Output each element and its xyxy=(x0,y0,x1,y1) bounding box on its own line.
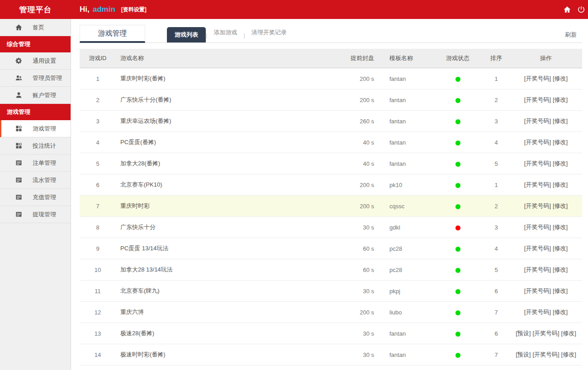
row-action-draw-number[interactable]: [开奖号码] xyxy=(524,266,551,273)
sidebar-item-order-management[interactable]: 注单管理 xyxy=(0,155,71,172)
cell-order: 4 xyxy=(483,139,510,146)
row-action-preset[interactable]: [预设] xyxy=(516,351,531,358)
profile-settings-link[interactable]: [资料设置] xyxy=(121,6,147,14)
row-action-draw-number[interactable]: [开奖号码] xyxy=(524,224,551,230)
sidebar-item-label: 管理员管理 xyxy=(33,74,62,82)
row-action-modify[interactable]: [修改] xyxy=(553,224,568,230)
sidebar-item-admin-management[interactable]: 管理员管理 xyxy=(0,70,71,87)
row-action-draw-number[interactable]: [开奖号码] xyxy=(532,351,559,358)
column-header: 游戏ID xyxy=(80,54,116,62)
cell-status xyxy=(433,245,483,252)
column-header: 模板名称 xyxy=(374,54,433,62)
tab-add-game[interactable]: 添加游戏 xyxy=(207,25,243,40)
row-action-draw-number[interactable]: [开奖号码] xyxy=(524,181,551,188)
page-tab-game-management[interactable]: 游戏管理 xyxy=(80,25,145,43)
sidebar-item-label: 首页 xyxy=(33,23,44,32)
cell-game-name: 极速28(番摊) xyxy=(116,329,333,337)
list-icon xyxy=(15,193,23,201)
sidebar-item-general-settings[interactable]: 通用设置 xyxy=(0,52,71,70)
cell-order: 6 xyxy=(483,288,510,295)
home-icon[interactable] xyxy=(563,5,571,14)
row-action-modify[interactable]: [修改] xyxy=(553,75,568,82)
sidebar-item-recharge-management[interactable]: 充值管理 xyxy=(0,189,71,206)
page-body: 首页综合管理通用设置管理员管理账户管理游戏管理游戏管理投注统计注单管理流水管理充… xyxy=(0,19,588,370)
row-action-draw-number[interactable]: [开奖号码] xyxy=(524,139,551,145)
sidebar-item-label: 通用设置 xyxy=(33,57,56,65)
row-action-modify[interactable]: [修改] xyxy=(561,351,576,358)
row-action-modify[interactable]: [修改] xyxy=(553,160,568,167)
row-action-draw-number[interactable]: [开奖号码] xyxy=(524,96,551,103)
cell-template: liubo xyxy=(374,309,433,316)
sidebar-item-label: 游戏管理 xyxy=(33,125,56,133)
user-greeting: Hi, admin [资料设置] xyxy=(80,5,147,14)
tab-clear-draw-records[interactable]: 清理开奖记录 xyxy=(245,25,293,40)
status-dot-on xyxy=(455,289,460,294)
row-action-modify[interactable]: [修改] xyxy=(553,202,568,209)
sidebar-item-flow-management[interactable]: 流水管理 xyxy=(0,172,71,189)
cell-status xyxy=(433,139,483,146)
row-action-modify[interactable]: [修改] xyxy=(553,309,568,315)
cell-game-name: 重庆时时彩 xyxy=(116,202,333,210)
cell-game-id: 3 xyxy=(80,118,116,125)
cell-status xyxy=(433,182,483,188)
cell-game-name: 重庆时时彩(番摊) xyxy=(116,75,333,83)
sidebar-item-game-management[interactable]: 游戏管理 xyxy=(0,120,71,137)
table-row: 6北京赛车(PK10)200 spk101[开奖号码][修改] xyxy=(80,174,582,196)
list-icon xyxy=(15,159,23,167)
row-action-modify[interactable]: [修改] xyxy=(553,245,568,252)
status-dot-on xyxy=(455,183,460,188)
column-header: 提前封盘 xyxy=(333,54,374,62)
cell-close-time: 40 s xyxy=(333,160,374,167)
sidebar-item-label: 账户管理 xyxy=(33,91,56,99)
row-action-draw-number[interactable]: [开奖号码] xyxy=(524,202,551,209)
row-action-draw-number[interactable]: [开奖号码] xyxy=(524,309,551,315)
row-action-modify[interactable]: [修改] xyxy=(561,330,576,337)
top-header: 管理平台 Hi, admin [资料设置] xyxy=(0,0,588,19)
cell-actions: [开奖号码][修改] xyxy=(510,117,582,125)
row-action-draw-number[interactable]: [开奖号码] xyxy=(532,330,559,337)
row-action-modify[interactable]: [修改] xyxy=(553,181,568,188)
cell-actions: [开奖号码][修改] xyxy=(510,138,582,146)
table-row: 1重庆时时彩(番摊)200 sfantan1[开奖号码][修改] xyxy=(80,68,582,89)
cell-actions: [开奖号码][修改] xyxy=(510,223,582,231)
row-action-modify[interactable]: [修改] xyxy=(553,96,568,103)
sidebar-item-bet-statistics[interactable]: 投注统计 xyxy=(0,137,71,155)
cell-actions: [预设][开奖号码][修改] xyxy=(510,329,582,337)
row-action-preset[interactable]: [预设] xyxy=(516,330,531,337)
cell-order: 1 xyxy=(483,182,510,188)
cell-close-time: 30 s xyxy=(333,351,374,358)
cell-close-time: 200 s xyxy=(333,75,374,82)
table-row: 5加拿大28(番摊)40 sfantan5[开奖号码][修改] xyxy=(80,153,582,174)
row-action-draw-number[interactable]: [开奖号码] xyxy=(524,245,551,252)
cell-status xyxy=(433,267,483,273)
refresh-link[interactable]: 刷新 xyxy=(565,31,577,39)
power-icon[interactable] xyxy=(577,5,585,14)
home-icon xyxy=(15,23,23,31)
row-action-draw-number[interactable]: [开奖号码] xyxy=(524,160,551,167)
row-action-modify[interactable]: [修改] xyxy=(553,117,568,124)
column-header: 排序 xyxy=(483,54,510,62)
cell-actions: [开奖号码][修改] xyxy=(510,75,582,83)
cell-game-id: 6 xyxy=(80,182,116,188)
row-action-draw-number[interactable]: [开奖号码] xyxy=(524,117,551,124)
row-action-draw-number[interactable]: [开奖号码] xyxy=(524,75,551,82)
table-row: 7重庆时时彩200 scqssc2[开奖号码][修改] xyxy=(80,196,582,217)
cell-close-time: 30 s xyxy=(333,288,374,295)
cell-game-id: 10 xyxy=(80,267,116,273)
tab-game-list[interactable]: 游戏列表 xyxy=(167,27,206,42)
cell-game-id: 1 xyxy=(80,75,116,82)
table-body: 1重庆时时彩(番摊)200 sfantan1[开奖号码][修改]2广东快乐十分(… xyxy=(80,68,582,365)
sidebar-item-home[interactable]: 首页 xyxy=(0,19,71,36)
row-action-draw-number[interactable]: [开奖号码] xyxy=(524,287,551,294)
column-header: 操作 xyxy=(510,54,582,62)
sidebar-item-account-management[interactable]: 账户管理 xyxy=(0,87,71,104)
row-action-modify[interactable]: [修改] xyxy=(553,139,568,145)
gear-icon xyxy=(15,57,23,65)
status-dot-on xyxy=(455,247,460,252)
cell-game-id: 5 xyxy=(80,160,116,167)
list-icon xyxy=(15,211,23,218)
row-action-modify[interactable]: [修改] xyxy=(553,266,568,273)
cell-template: fantan xyxy=(374,75,433,82)
sidebar-item-withdraw-management[interactable]: 提现管理 xyxy=(0,206,71,223)
row-action-modify[interactable]: [修改] xyxy=(553,287,568,294)
